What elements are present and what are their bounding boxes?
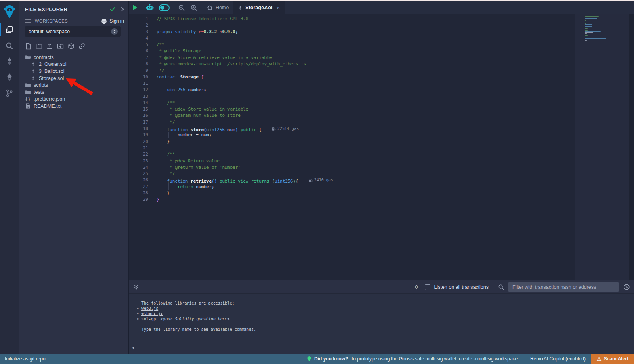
close-tab-icon[interactable]: × — [277, 5, 280, 11]
git-init-status[interactable]: Initialize as git repo — [5, 354, 46, 364]
tree-item-label: tests — [34, 90, 44, 95]
code-line: uint256 number; — [157, 87, 571, 93]
new-file-icon[interactable] — [25, 43, 32, 50]
listen-transactions-label: Listen on all transactions — [434, 284, 489, 290]
tree-item-3-ballot-sol[interactable]: 3_Ballot.sol — [19, 68, 129, 75]
upload-folder-icon[interactable] — [57, 43, 64, 50]
code-line: pragma solidity >=0.8.2 <0.9.0; — [157, 29, 571, 35]
code-line: /** — [157, 42, 571, 48]
git-branch-icon — [5, 89, 13, 97]
main-area: Home Storage.sol × 123456789101112131415… — [129, 1, 634, 354]
check-icon[interactable] — [110, 7, 115, 11]
status-bar: Initialize as git repo Did you know? To … — [0, 354, 634, 364]
sidebar-item-solidity-compiler[interactable] — [0, 53, 19, 69]
braces-icon: { } — [25, 97, 30, 101]
ai-robot-icon[interactable] — [145, 4, 154, 11]
remix-logo-icon[interactable] — [0, 1, 19, 22]
code-line: number = num; — [157, 132, 571, 138]
copilot-toggle[interactable] — [159, 4, 170, 11]
sign-in-button[interactable]: Sign in — [101, 18, 124, 24]
expand-terminal-icon[interactable] — [134, 284, 139, 290]
tab-storage-sol[interactable]: Storage.sol × — [233, 1, 285, 14]
solidity-file-icon — [31, 62, 35, 67]
terminal-line: Type the library name to see available c… — [137, 327, 256, 332]
code-line: * @dev Store & retrieve value in a varia… — [157, 55, 571, 61]
sidebar-item-file-explorer[interactable] — [0, 22, 19, 38]
toggle-knob — [160, 6, 164, 10]
new-folder-icon[interactable] — [36, 43, 42, 50]
sidebar-item-search[interactable] — [0, 38, 19, 53]
sidebar-item-deploy-run[interactable] — [0, 69, 19, 85]
tree-item-label: .prettierrc.json — [34, 96, 65, 102]
code-line: * @dev Store value in variable — [157, 106, 571, 112]
code-line — [157, 93, 571, 100]
deploy-run-icon — [6, 73, 13, 82]
tree-item-scripts[interactable]: scripts — [19, 82, 129, 89]
code-line: * @param num value to store — [157, 112, 571, 119]
line-number: 18 — [129, 126, 148, 132]
line-number: 9 — [129, 67, 148, 74]
minimap[interactable] — [585, 16, 627, 42]
editor-gutter: 1234567891011121314151617181920212223242… — [129, 16, 148, 203]
code-line: } — [157, 139, 571, 145]
line-number: 14 — [129, 100, 148, 106]
tree-item-contracts[interactable]: contracts — [19, 54, 129, 61]
transaction-filter-input[interactable] — [508, 282, 619, 292]
code-editor[interactable]: 1234567891011121314151617181920212223242… — [129, 14, 634, 280]
tree-item-2-owner-sol[interactable]: 2_Owner.sol — [19, 61, 129, 68]
terminal-search-icon[interactable] — [498, 284, 504, 290]
link-icon[interactable] — [78, 43, 85, 50]
scrollbar-gutter[interactable] — [629, 14, 634, 280]
line-number: 25 — [129, 171, 148, 177]
code-line — [157, 35, 571, 42]
terminal-link[interactable]: ethers.js — [141, 311, 163, 316]
tab-home[interactable]: Home — [202, 1, 233, 14]
zoom-in-icon[interactable] — [190, 4, 198, 11]
terminal-output: The following libraries are accessible:•… — [137, 301, 256, 332]
code-line — [157, 145, 571, 151]
minimap-strip — [575, 14, 629, 280]
run-group — [129, 1, 141, 14]
line-number: 27 — [129, 184, 148, 190]
solidity-compiler-icon — [6, 57, 13, 66]
terminal[interactable]: The following libraries are accessible:•… — [129, 294, 634, 354]
chevron-right-icon[interactable] — [121, 7, 124, 11]
clear-console-icon[interactable] — [623, 284, 630, 290]
github-icon — [101, 18, 107, 24]
tree-item-storage-sol[interactable]: Storage.sol — [19, 75, 129, 82]
line-number: 26 — [129, 177, 148, 183]
line-number: 5 — [129, 42, 148, 48]
line-number: 20 — [129, 139, 148, 145]
run-script-button[interactable] — [133, 5, 137, 10]
code-line: * @dev Return value — [157, 158, 571, 164]
line-number: 22 — [129, 151, 148, 158]
copilot-status[interactable]: RemixAI Copilot (enabled) — [530, 354, 586, 364]
zoom-out-icon[interactable] — [178, 4, 185, 11]
tree-item-label: contracts — [34, 55, 54, 60]
copilot-group — [141, 1, 174, 14]
gas-estimate-badge: 22514 gas — [272, 126, 299, 132]
code-line: * @return value of 'number' — [157, 164, 571, 171]
line-number: 17 — [129, 119, 148, 126]
tree-item-tests[interactable]: tests — [19, 89, 129, 96]
line-number: 6 — [129, 48, 148, 54]
file-explorer-icon — [5, 25, 14, 34]
listen-transactions-checkbox[interactable] — [425, 284, 430, 290]
solidity-file-icon — [31, 76, 35, 81]
scam-alert-badge[interactable]: ⚠ Scam Alert — [591, 354, 634, 364]
terminal-link[interactable]: web3.js — [141, 306, 158, 311]
workspace-dropdown[interactable]: default_workspace — [25, 26, 121, 37]
remix-ide-window: ⚙ FILE EXPLORER WORKSPACES — [0, 0, 634, 364]
tree-item--prettierrc-json[interactable]: { }.prettierrc.json — [19, 96, 129, 103]
hamburger-menu-icon[interactable] — [25, 19, 31, 23]
tree-item-readme-txt[interactable]: README.txt — [19, 103, 129, 110]
line-number: 23 — [129, 158, 148, 164]
sidebar-item-git[interactable] — [0, 85, 19, 101]
cube-icon[interactable] — [68, 43, 74, 50]
code-line: return number; — [157, 184, 571, 190]
gas-icon — [309, 178, 313, 183]
line-number: 10 — [129, 74, 148, 80]
zoom-group — [174, 1, 202, 14]
upload-file-icon[interactable] — [46, 43, 53, 50]
terminal-prompt[interactable]: > — [132, 345, 135, 351]
